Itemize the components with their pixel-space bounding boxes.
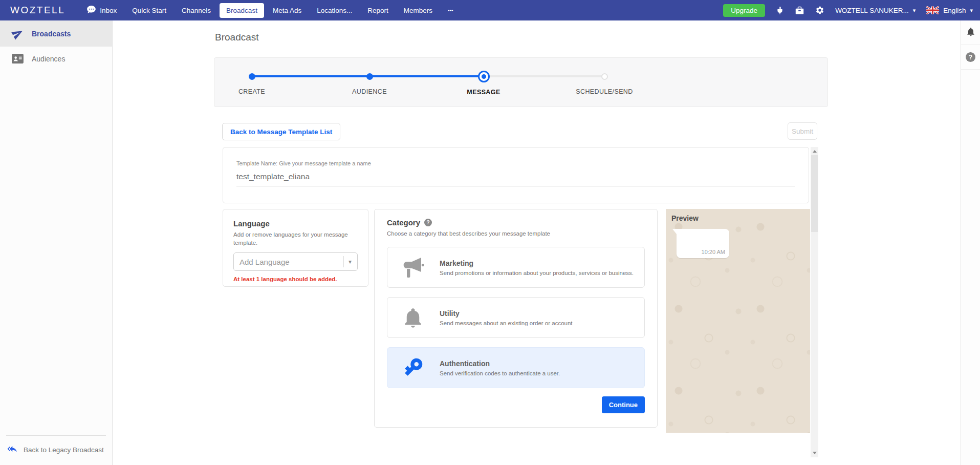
bell-icon [400, 306, 426, 329]
notifications-button[interactable] [961, 20, 980, 45]
nav-menu: Inbox Quick Start Channels Broadcast Met… [80, 2, 460, 18]
option-text: Marketing Send promotions or information… [440, 259, 634, 276]
nav-item-label: Locations... [317, 7, 352, 14]
left-sidebar: Broadcasts Audiences Back to Legacy Broa… [0, 20, 113, 465]
template-name-input[interactable]: test_template_eliana [236, 172, 795, 186]
back-to-legacy-broadcast-link[interactable]: Back to Legacy Broadcast [0, 436, 112, 462]
account-dropdown[interactable]: WOZTELL SANUKER... ▾ [835, 7, 916, 14]
toolbox-icon[interactable] [795, 6, 804, 15]
bubble-timestamp: 10:20 AM [702, 249, 725, 255]
category-card: Category ? Choose a category that best d… [374, 209, 658, 428]
nav-item-locations[interactable]: Locations... [310, 3, 359, 18]
back-to-legacy-label: Back to Legacy Broadcast [24, 446, 104, 454]
step-label: SCHEDULE/SEND [553, 88, 656, 95]
nav-item-inbox[interactable]: Inbox [80, 2, 123, 18]
chat-bubble-icon [87, 6, 96, 15]
step-dot-done [366, 73, 373, 80]
stepper: CREATE AUDIENCE MESSAGE SCHEDULE/SEND [214, 57, 828, 107]
step-dot-todo [601, 73, 608, 80]
template-name-card: Template Name: Give your message templat… [223, 147, 809, 203]
reply-arrow-icon [7, 445, 17, 455]
category-help-icon[interactable]: ? [424, 219, 432, 226]
woztell-logo: WOZTELL [10, 5, 65, 16]
language-description: Add or remove languages for your message… [233, 230, 358, 247]
preview-panel: Preview 10:20 AM [666, 209, 810, 433]
gear-icon[interactable] [815, 6, 824, 15]
nav-item-quick-start[interactable]: Quick Start [125, 3, 173, 18]
chevron-down-icon: ▾ [913, 8, 916, 13]
nav-item-members[interactable]: Members [397, 3, 439, 18]
step-message[interactable]: MESSAGE [432, 58, 535, 96]
add-language-select[interactable]: Add Language ▾ [233, 252, 358, 271]
nav-item-meta-ads[interactable]: Meta Ads [266, 3, 308, 18]
account-name: WOZTELL SANUKER... [835, 7, 909, 14]
nav-item-report[interactable]: Report [361, 3, 395, 18]
preview-title: Preview [671, 214, 804, 222]
submit-button[interactable]: Submit [788, 122, 817, 140]
uk-flag-icon [926, 6, 939, 14]
language-card: Language Add or remove languages for you… [223, 209, 368, 287]
main-content: Broadcast CREATE AUDIENCE MESSAGE SCHEDU… [113, 20, 960, 465]
nav-item-channels[interactable]: Channels [175, 3, 217, 18]
continue-button[interactable]: Continue [602, 396, 645, 413]
nav-item-label: Broadcast [226, 7, 257, 14]
language-label: English [943, 7, 966, 14]
step-dot-active [478, 71, 490, 82]
help-button[interactable]: ? [961, 45, 980, 70]
template-name-label: Template Name: Give your message templat… [236, 160, 795, 166]
key-icon [400, 356, 426, 379]
sidebar-item-audiences[interactable]: Audiences [0, 47, 112, 71]
scroll-down-arrow-icon[interactable] [811, 449, 818, 457]
sidebar-item-broadcasts[interactable]: Broadcasts [0, 20, 112, 47]
category-option-utility[interactable]: Utility Send messages about an existing … [387, 297, 645, 338]
nav-item-broadcast[interactable]: Broadcast [220, 3, 264, 18]
language-error-message: At least 1 language should be added. [233, 276, 358, 282]
step-audience[interactable]: AUDIENCE [318, 58, 421, 95]
nav-item-more[interactable]: ••• [441, 4, 460, 17]
option-title: Marketing [440, 259, 634, 267]
page-title: Broadcast [215, 32, 259, 43]
step-label: AUDIENCE [318, 88, 421, 95]
vertical-scrollbar[interactable] [811, 147, 818, 457]
option-text: Utility Send messages about an existing … [440, 309, 573, 326]
help-icon: ? [966, 52, 975, 62]
option-description: Send promotions or information about you… [440, 270, 634, 276]
navbar-right: Upgrade WOZTELL SANUKER... ▾ English ▾ [723, 4, 973, 17]
message-bubble: 10:20 AM [677, 229, 729, 258]
upgrade-button[interactable]: Upgrade [723, 4, 765, 17]
paper-plane-icon [11, 28, 24, 39]
step-label: MESSAGE [432, 89, 535, 96]
chevron-down-icon: ▾ [970, 8, 973, 13]
nav-item-label: Members [404, 7, 432, 14]
nav-item-label: Inbox [100, 7, 117, 14]
option-description: Send verification codes to authenticate … [440, 370, 560, 376]
category-option-authentication[interactable]: Authentication Send verification codes t… [387, 347, 645, 388]
form-scroll-region: Template Name: Give your message templat… [222, 147, 818, 457]
category-option-marketing[interactable]: Marketing Send promotions or information… [387, 247, 645, 288]
nav-item-label: Channels [182, 7, 211, 14]
step-dot-done [249, 73, 255, 80]
option-title: Authentication [440, 360, 560, 368]
ellipsis-icon: ••• [448, 8, 453, 13]
option-title: Utility [440, 309, 573, 318]
divider [343, 256, 344, 267]
step-create[interactable]: CREATE [201, 58, 303, 95]
scroll-up-arrow-icon[interactable] [811, 147, 818, 155]
back-to-template-list-button[interactable]: Back to Message Template List [222, 123, 340, 140]
step-schedule-send[interactable]: SCHEDULE/SEND [553, 58, 656, 95]
right-utility-bar: ? [961, 20, 980, 465]
scrollbar-thumb[interactable] [811, 155, 818, 232]
nav-item-label: Quick Start [132, 7, 166, 14]
category-header: Category ? [387, 218, 645, 227]
megaphone-icon [400, 256, 426, 279]
add-language-placeholder: Add Language [239, 258, 290, 266]
sidebar-footer: Back to Legacy Broadcast [0, 435, 112, 462]
language-dropdown[interactable]: English ▾ [926, 6, 973, 14]
contact-card-icon [11, 54, 24, 64]
step-label: CREATE [201, 88, 303, 95]
sidebar-item-label: Audiences [32, 55, 65, 63]
chevron-down-icon: ▾ [349, 258, 352, 265]
plug-icon[interactable] [776, 6, 784, 15]
option-text: Authentication Send verification codes t… [440, 360, 560, 376]
language-title: Language [233, 219, 358, 228]
